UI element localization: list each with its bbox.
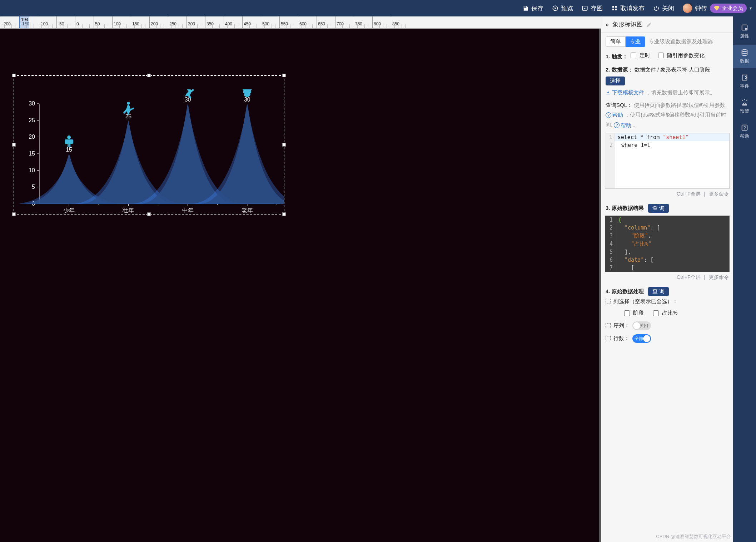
- svg-text:30: 30: [244, 97, 250, 103]
- save-image-button[interactable]: 存图: [582, 4, 603, 13]
- svg-text:老年: 老年: [242, 207, 253, 213]
- svg-text:20: 20: [29, 134, 35, 140]
- result-viewer[interactable]: 1{2 "column": [3 "阶段",4 "占比%"5 ],6 "data…: [605, 216, 730, 272]
- mode-hint: 专业级设置数据源及处理器: [649, 38, 713, 45]
- save-icon: [522, 5, 529, 11]
- sequence-toggle[interactable]: 关闭: [632, 321, 651, 330]
- sql-editor[interactable]: 1select * from "sheet1"2 where 1=1: [605, 133, 730, 189]
- resize-handle-ne[interactable]: [282, 74, 286, 77]
- top-toolbar: 保存 预览 存图 取消发布 关闭 钟传 企业会员 ▾: [0, 0, 756, 16]
- horizontal-ruler[interactable]: -200-150-100-500501001502002503003504004…: [0, 16, 601, 29]
- result-actions: Ctrl+F全屏 | 更多命令: [601, 272, 733, 283]
- svg-rect-4: [612, 9, 614, 11]
- svg-rect-24: [65, 139, 73, 144]
- col-phase-checkbox[interactable]: 阶段: [623, 309, 644, 317]
- svg-point-46: [742, 50, 747, 52]
- property-panel: » 象形标识图 简单 专业 专业级设置数据源及处理器 1. 触发： 定时 随引用…: [601, 16, 733, 542]
- columns-icon: [606, 299, 611, 304]
- username: 钟传: [695, 4, 707, 13]
- close-label: 关闭: [662, 4, 674, 13]
- member-badge: 企业会员: [710, 4, 747, 13]
- sequence-row: 序列： 关闭: [601, 319, 733, 332]
- col-ratio-checkbox[interactable]: 占比%: [652, 309, 677, 317]
- svg-text:5: 5: [32, 184, 35, 190]
- trigger-timer-checkbox[interactable]: 定时: [629, 50, 650, 60]
- svg-text:15: 15: [29, 151, 35, 157]
- rail-event[interactable]: 事件: [733, 70, 756, 93]
- side-rail: 属性 数据 事件 预警 ? 帮助: [733, 16, 756, 542]
- svg-text:?: ?: [743, 125, 746, 130]
- watermark: CSDN @迪赛智慧数可视化互动平台: [656, 533, 731, 540]
- preview-label: 预览: [561, 4, 573, 13]
- tab-simple[interactable]: 简单: [606, 36, 626, 47]
- seq-icon: [606, 323, 611, 328]
- svg-text:25: 25: [29, 117, 35, 123]
- grid-icon: [611, 5, 618, 11]
- save-image-label: 存图: [591, 4, 603, 13]
- user-menu[interactable]: 钟传 企业会员 ▾: [683, 4, 752, 13]
- resize-handle-nw[interactable]: [12, 74, 16, 77]
- mode-tabs: 简单 专业 专业级设置数据源及处理器: [601, 33, 733, 47]
- unpublish-button[interactable]: 取消发布: [611, 4, 645, 13]
- diamond-icon: [713, 5, 720, 11]
- workspace: -200-150-100-500501001502002503003504004…: [0, 16, 733, 542]
- attr-icon: [741, 24, 748, 31]
- power-icon: [653, 5, 660, 11]
- trigger-param-checkbox[interactable]: 随引用参数变化: [657, 50, 705, 60]
- rail-data[interactable]: 数据: [733, 45, 756, 68]
- resize-handle-sw[interactable]: [12, 212, 16, 216]
- svg-rect-26: [69, 144, 70, 147]
- pictograph-chart: 05101520253015少年25壮年30中年30老年: [20, 89, 284, 225]
- sql-help-1[interactable]: ?帮助: [606, 110, 623, 120]
- help-icon: ?: [741, 124, 748, 132]
- rail-alarm[interactable]: 预警: [733, 95, 756, 118]
- resize-handle-n[interactable]: [147, 74, 151, 77]
- section-datasource: 2. 数据源： 数据文件 / 象形表示符-人口阶段 选择 下载模板文件 ，填充数…: [601, 61, 733, 130]
- design-canvas[interactable]: 05101520253015少年25壮年30中年30老年: [0, 29, 601, 542]
- query-process-button[interactable]: 查 询: [648, 287, 669, 296]
- query-result-button[interactable]: 查 询: [648, 204, 669, 213]
- svg-text:15: 15: [66, 147, 72, 153]
- svg-rect-1: [582, 6, 587, 10]
- section-process: 4. 原始数据处理 查 询: [601, 283, 733, 296]
- panel-title: 象形标识图: [612, 20, 643, 29]
- sql-editor-actions: Ctrl+F全屏 | 更多命令: [601, 189, 733, 199]
- image-icon: [582, 5, 588, 11]
- tab-pro[interactable]: 专业: [626, 36, 645, 47]
- download-template-link[interactable]: 下载模板文件: [606, 89, 646, 95]
- svg-rect-25: [68, 144, 69, 147]
- save-button[interactable]: 保存: [522, 4, 543, 13]
- close-button[interactable]: 关闭: [653, 4, 674, 13]
- svg-rect-5: [615, 9, 617, 11]
- svg-point-31: [127, 102, 130, 105]
- more-commands-link[interactable]: 更多命令: [709, 191, 729, 197]
- edit-icon[interactable]: [646, 22, 652, 28]
- column-select-row: 列选择（空表示已全选）：: [601, 296, 733, 307]
- rail-attr[interactable]: 属性: [733, 20, 756, 43]
- svg-text:30: 30: [29, 100, 35, 107]
- preview-icon: [552, 5, 558, 11]
- svg-text:少年: 少年: [63, 207, 75, 213]
- resize-handle-w[interactable]: [12, 143, 16, 147]
- svg-point-23: [67, 136, 71, 139]
- rowcount-row: 行数： 全部: [601, 332, 733, 345]
- datasource-path: 数据文件 / 象形表示符-人口阶段: [635, 66, 711, 73]
- sql-help-2[interactable]: ?帮助: [614, 120, 631, 130]
- collapse-icon[interactable]: »: [606, 21, 609, 28]
- choose-datasource-button[interactable]: 选择: [606, 77, 625, 85]
- rail-help[interactable]: ? 帮助: [733, 120, 756, 143]
- svg-text:10: 10: [29, 167, 35, 173]
- fullscreen-hint[interactable]: Ctrl+F全屏: [677, 191, 701, 197]
- rows-icon: [606, 336, 611, 341]
- svg-rect-2: [612, 6, 614, 8]
- unpublish-label: 取消发布: [620, 4, 645, 13]
- event-icon: [741, 74, 748, 82]
- chevron-down-icon: ▾: [750, 6, 752, 11]
- svg-point-45: [745, 28, 747, 30]
- svg-rect-3: [615, 6, 617, 8]
- preview-button[interactable]: 预览: [552, 4, 573, 13]
- svg-text:中年: 中年: [182, 207, 194, 213]
- alarm-icon: [741, 99, 748, 107]
- ruler-marker: 194: [19, 16, 29, 28]
- rowcount-toggle[interactable]: 全部: [632, 334, 651, 343]
